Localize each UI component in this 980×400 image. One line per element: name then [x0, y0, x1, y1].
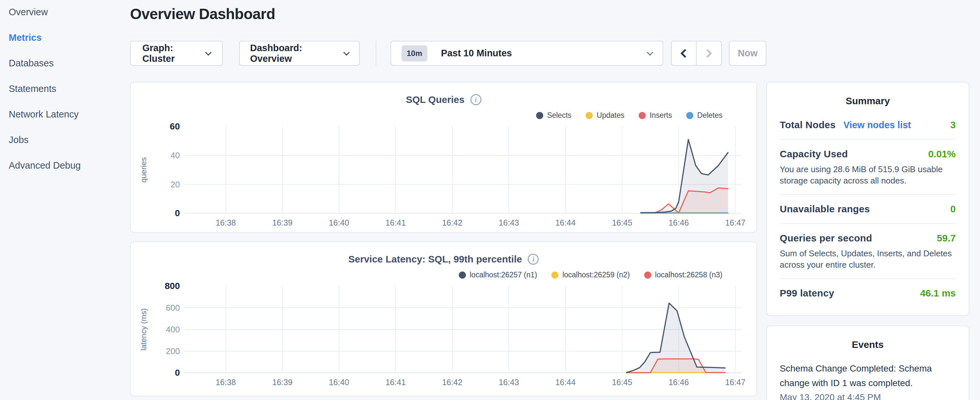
svg-text:latency (ms): latency (ms): [139, 308, 148, 351]
summary-row-label: Total Nodes: [780, 120, 836, 131]
now-button[interactable]: Now: [729, 41, 767, 66]
svg-text:16:42: 16:42: [442, 218, 462, 227]
svg-text:16:47: 16:47: [725, 378, 745, 387]
graph-dropdown-label: Graph: Cluster: [142, 43, 206, 64]
svg-text:16:38: 16:38: [215, 378, 236, 387]
summary-row-value: 59.7: [937, 233, 956, 244]
svg-text:16:40: 16:40: [329, 378, 349, 387]
time-window-label: Past 10 Minutes: [441, 48, 648, 59]
svg-text:200: 200: [166, 346, 180, 356]
svg-text:800: 800: [165, 281, 180, 291]
time-window-dropdown[interactable]: 10m Past 10 Minutes: [390, 41, 663, 66]
sidebar-item-jobs[interactable]: Jobs: [0, 127, 129, 153]
svg-text:16:41: 16:41: [385, 218, 406, 227]
summary-row: Unavailable ranges0: [780, 195, 956, 224]
summary-rows: Total NodesView nodes list3Capacity Used…: [780, 107, 956, 308]
view-nodes-list-link[interactable]: View nodes list: [843, 120, 911, 131]
chevron-down-icon: [343, 49, 350, 56]
time-back-button[interactable]: [672, 41, 697, 65]
summary-row-label: P99 latency: [780, 288, 834, 299]
svg-text:16:39: 16:39: [272, 218, 293, 227]
summary-row-value: 0.01%: [928, 148, 956, 159]
time-forward-button[interactable]: [697, 41, 721, 65]
summary-row-top: Unavailable ranges0: [780, 195, 956, 223]
svg-text:16:43: 16:43: [499, 378, 519, 387]
svg-text:400: 400: [166, 325, 180, 334]
summary-row-description: You are using 28.6 MiB of 515.9 GiB usab…: [780, 164, 956, 194]
sidebar: OverviewMetricsDatabasesStatementsNetwor…: [0, 0, 129, 178]
summary-row-label: Capacity Used: [780, 148, 848, 159]
summary-row: Total NodesView nodes list3: [780, 107, 956, 140]
svg-text:0: 0: [175, 368, 180, 378]
svg-text:16:43: 16:43: [499, 218, 519, 227]
summary-row-top: Total NodesView nodes list3: [780, 107, 956, 139]
summary-row-value: 0: [950, 204, 956, 215]
svg-text:60: 60: [170, 121, 180, 131]
summary-row: Queries per second59.7Sum of Selects, Up…: [780, 224, 956, 279]
sidebar-item-advanced-debug[interactable]: Advanced Debug: [0, 153, 129, 178]
sidebar-item-databases[interactable]: Databases: [0, 51, 129, 76]
dashboard-dropdown-label: Dashboard: Overview: [250, 43, 344, 64]
summary-row-label: Queries per second: [780, 233, 872, 244]
svg-text:16:39: 16:39: [272, 378, 293, 387]
svg-text:16:47: 16:47: [725, 218, 745, 227]
summary-title: Summary: [780, 96, 956, 107]
svg-text:16:45: 16:45: [612, 378, 632, 387]
svg-text:600: 600: [166, 303, 180, 312]
summary-row-top: P99 latency46.1 ms: [780, 279, 956, 308]
chevron-down-icon: [205, 49, 212, 56]
sql-queries-card: SQL Queries i SelectsUpdatesInsertsDelet…: [130, 82, 757, 233]
time-nav-group: [671, 41, 722, 66]
summary-row-label: Unavailable ranges: [780, 204, 870, 215]
summary-row: Capacity Used0.01%You are using 28.6 MiB…: [780, 140, 956, 195]
summary-row: P99 latency46.1 ms: [780, 279, 956, 308]
svg-text:16:42: 16:42: [442, 378, 462, 387]
svg-text:16:45: 16:45: [612, 218, 632, 227]
page-title: Overview Dashboard: [130, 5, 275, 23]
svg-text:20: 20: [170, 180, 180, 189]
svg-text:queries: queries: [139, 157, 148, 183]
svg-text:16:41: 16:41: [385, 378, 406, 387]
svg-text:16:46: 16:46: [668, 378, 689, 387]
svg-text:16:40: 16:40: [329, 218, 349, 227]
svg-text:16:44: 16:44: [555, 378, 576, 387]
sidebar-item-overview[interactable]: Overview: [0, 0, 129, 25]
events-title: Events: [780, 339, 956, 350]
dashboard-dropdown[interactable]: Dashboard: Overview: [239, 41, 360, 66]
svg-text:16:38: 16:38: [215, 218, 236, 227]
summary-row-value: 46.1 ms: [920, 288, 956, 299]
sidebar-item-statements[interactable]: Statements: [0, 76, 129, 102]
chevron-down-icon: [647, 49, 653, 56]
time-window-badge: 10m: [401, 45, 427, 62]
controls-divider: [375, 41, 376, 66]
service-latency-card: Service Latency: SQL, 99th percentile i …: [130, 241, 757, 397]
graph-dropdown[interactable]: Graph: Cluster: [130, 41, 223, 66]
chevron-right-icon: [703, 49, 712, 57]
svg-text:40: 40: [170, 150, 180, 160]
event-text: Schema Change Completed: Schema change w…: [780, 361, 956, 390]
sidebar-list: OverviewMetricsDatabasesStatementsNetwor…: [0, 0, 129, 178]
summary-row-value: 3: [950, 120, 956, 131]
svg-text:0: 0: [175, 208, 180, 218]
event-timestamp: May 13, 2020 at 4:45 PM: [780, 392, 956, 400]
svg-text:16:46: 16:46: [668, 218, 689, 227]
events-panel: Events Schema Change Completed: Schema c…: [766, 325, 969, 400]
service-latency-chart[interactable]: 16:3816:3916:4016:4116:4216:4316:4416:45…: [131, 242, 756, 396]
svg-text:16:44: 16:44: [555, 218, 576, 227]
sidebar-item-network-latency[interactable]: Network Latency: [0, 102, 129, 127]
summary-row-description: Sum of Selects, Updates, Inserts, and De…: [780, 248, 956, 278]
summary-panel: Summary Total NodesView nodes list3Capac…: [766, 82, 969, 316]
chevron-left-icon: [680, 49, 689, 57]
sql-queries-chart[interactable]: 16:3816:3916:4016:4116:4216:4316:4416:45…: [131, 83, 756, 232]
sidebar-item-metrics[interactable]: Metrics: [0, 25, 129, 51]
